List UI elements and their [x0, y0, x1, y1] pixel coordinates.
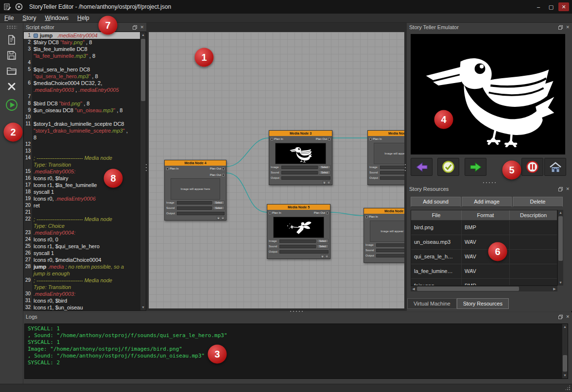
code-line[interactable]: 29; -------------------------- Media nod…	[24, 277, 140, 284]
tab-story-resources[interactable]: Story Resources	[457, 298, 509, 309]
plan-in-port[interactable]: Plan In	[270, 137, 283, 140]
toolbar-drag-handle[interactable]	[6, 25, 17, 29]
node-title[interactable]: Media Node 3	[269, 131, 332, 136]
code-line[interactable]: 22; -------------------------- Media nod…	[24, 216, 140, 222]
sound-field[interactable]	[281, 171, 318, 174]
code-line[interactable]: 6$mediaChoice0004 DC32, 2,	[24, 80, 140, 86]
menu-windows[interactable]: Windows	[40, 14, 73, 22]
close-button[interactable]: ✕	[558, 2, 569, 11]
open-button[interactable]	[4, 64, 19, 78]
plan-in-port[interactable]: Plan In	[268, 211, 281, 214]
log-lines[interactable]: SYSCALL: 1, Sound: "/home/anthony/ostpro…	[25, 324, 562, 378]
menu-file[interactable]: File	[0, 14, 18, 22]
save-button[interactable]	[4, 48, 19, 63]
plan-out-port[interactable]: Plan Out	[210, 173, 225, 176]
scroll-thumb[interactable]	[558, 216, 563, 261]
table-row[interactable]: la_fee_lumine…WAV	[411, 264, 557, 279]
code-line[interactable]: 19lcons r0, .mediaEntry0006	[24, 195, 140, 202]
node-graph-canvas[interactable]: Media Node 4Plan InPlan OutPlan OutImage…	[149, 32, 404, 308]
float-panel-icon[interactable]	[558, 25, 563, 30]
code-line[interactable]: 12	[24, 141, 140, 148]
close-panel-icon[interactable]: ✕	[140, 25, 144, 30]
code-line[interactable]: 26syscall 1	[24, 250, 140, 256]
column-header-format[interactable]: Format	[462, 210, 510, 220]
tab-virtual-machine[interactable]: Virtual Machine	[407, 298, 457, 309]
plan-in-port[interactable]: Plan In	[368, 137, 382, 140]
table-scrollbar[interactable]: ▲ ▼	[557, 210, 563, 286]
media-node[interactable]: Media Node 4Plan InPlan OutPlan OutImage…	[164, 160, 226, 221]
code-line[interactable]: 28jump .media ; no return possible, so a	[24, 263, 140, 270]
node-remove-icon[interactable]: −	[325, 255, 329, 258]
add-sound-button[interactable]: Add sound	[411, 197, 461, 207]
code-line[interactable]: Type: Transition	[24, 284, 140, 290]
code-line[interactable]: 10	[24, 114, 140, 120]
sound-field[interactable]	[376, 249, 404, 252]
table-row[interactable]: un_oiseau.mp3WAV	[411, 235, 557, 250]
media-node[interactable]: Media Node 5Plan InPlan Out ImageSelectS…	[267, 204, 330, 259]
plan-out-port[interactable]: Plan Out	[314, 211, 329, 214]
node-title[interactable]: Media Node 4	[165, 160, 226, 166]
code-line[interactable]: "la_fee_luminelle.mp3" , 8	[24, 52, 140, 59]
cut-button[interactable]	[4, 79, 19, 94]
code-line[interactable]: 13	[24, 148, 140, 154]
scroll-down-icon[interactable]: ▼	[562, 373, 568, 378]
code-line[interactable]: 3$la_fee_luminelle DC8	[24, 46, 140, 52]
code-line[interactable]: jump is enough	[24, 270, 140, 277]
scroll-thumb[interactable]	[141, 39, 145, 101]
scroll-down-icon[interactable]: ▼	[558, 280, 563, 286]
code-line[interactable]: Type: Transition	[24, 161, 140, 168]
node-remove-icon[interactable]: −	[221, 216, 225, 220]
float-panel-icon[interactable]	[558, 315, 563, 319]
media-node[interactable]: Media Node 3Plan InPlan Out ImageSelectS…	[269, 130, 332, 185]
maximize-button[interactable]: ▢	[546, 2, 556, 11]
code-line[interactable]: 11$story1_drako_luminelle_sceptre DC8	[24, 120, 140, 127]
image-field[interactable]	[281, 166, 318, 169]
output-field[interactable]	[281, 176, 330, 180]
delete-button[interactable]: Delete	[513, 197, 563, 207]
emulator-pause-button[interactable]	[521, 158, 543, 176]
app-logo-icon[interactable]	[15, 2, 23, 11]
table-row[interactable]: fairy.pngBMP	[411, 279, 557, 286]
emulator-home-button[interactable]	[544, 158, 566, 176]
code-line[interactable]: 25lcons r1, $qui_sera_le_hero	[24, 243, 140, 250]
code-line[interactable]: 4	[24, 59, 140, 66]
output-field[interactable]	[177, 212, 225, 215]
code-line[interactable]: 20ret	[24, 202, 140, 209]
plan-in-port[interactable]: Plan In	[364, 215, 378, 218]
code-line[interactable]: 9$un_oiseau DC8 "un_oiseau.mp3" , 8	[24, 107, 140, 114]
node-title[interactable]: Media Node 6	[364, 208, 404, 214]
panel-splitter[interactable]	[482, 182, 497, 184]
column-header-description[interactable]: Description	[510, 210, 557, 220]
select-image-button[interactable]: Select	[319, 165, 330, 169]
minimize-button[interactable]: –	[533, 2, 544, 11]
code-line[interactable]: 18syscall 1	[24, 188, 140, 195]
splitter-canvas-right[interactable]	[404, 163, 406, 173]
run-button[interactable]	[4, 98, 19, 112]
node-title[interactable]: Media Node 5	[267, 205, 330, 210]
code-line[interactable]: 32lcons r1, $un_oiseau	[24, 304, 140, 310]
code-line[interactable]: 21	[24, 209, 140, 216]
image-field[interactable]	[380, 166, 404, 169]
scroll-up-icon[interactable]: ▲	[562, 324, 568, 330]
code-line[interactable]: 31lcons r0, $bird	[24, 297, 140, 304]
sound-field[interactable]	[177, 206, 212, 210]
code-line[interactable]: .mediaEntry0003 , .mediaEntry0005	[24, 86, 140, 93]
output-field[interactable]	[380, 176, 404, 180]
resize-grip[interactable]	[565, 385, 571, 391]
select-sound-button[interactable]: Select	[213, 206, 225, 210]
code-line[interactable]: "qui_sera_le_hero.mp3" , 8	[24, 73, 140, 80]
splitter-editor-canvas[interactable]	[145, 163, 147, 173]
output-field[interactable]	[279, 250, 329, 254]
code-line[interactable]: 24lcons r0, 0	[24, 236, 140, 243]
node-add-icon[interactable]: +	[217, 216, 220, 220]
image-field[interactable]	[177, 201, 212, 205]
code-line[interactable]: 17lcons r1, $la_fee_luminelle	[24, 182, 140, 188]
column-header-file[interactable]: File	[411, 210, 462, 220]
code-line[interactable]: 27lcons r0, $mediaChoice0004	[24, 256, 140, 263]
code-line[interactable]: 15.mediaEntry0005:	[24, 168, 140, 175]
float-panel-icon[interactable]	[133, 25, 137, 30]
code-line[interactable]: 23.mediaEntry0004:	[24, 229, 140, 236]
menu-help[interactable]: Help	[73, 14, 94, 22]
close-panel-icon[interactable]: ✕	[566, 315, 570, 319]
code-line[interactable]: 5$qui_sera_le_hero DC8	[24, 66, 140, 73]
